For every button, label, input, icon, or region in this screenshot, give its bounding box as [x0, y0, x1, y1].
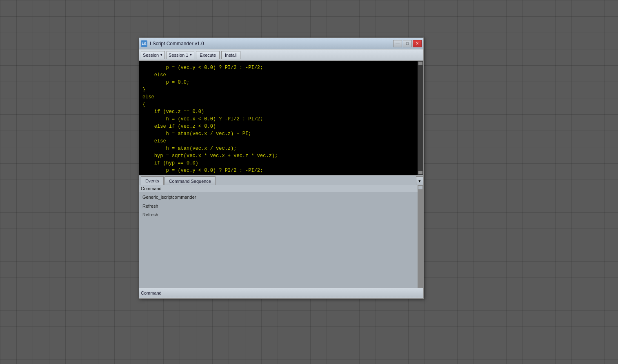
code-editor[interactable]: p = (vec.y < 0.0) ? PI/2 : -PI/2; else p… — [139, 61, 423, 175]
code-scrollbar-track[interactable] — [418, 61, 423, 175]
events-header: Command — [139, 185, 423, 192]
execute-button[interactable]: Execute — [196, 51, 220, 59]
list-item: Refresh — [141, 211, 422, 220]
close-button[interactable]: ✕ — [413, 40, 422, 47]
tab-events[interactable]: Events — [141, 176, 164, 185]
events-list: Generic_lscriptcommander Refresh Refresh — [139, 192, 423, 220]
bottom-command-bar: Command — [139, 288, 423, 297]
session-dropdown[interactable]: Session ▼ — [141, 51, 165, 59]
code-scroll-thumb-bottom — [418, 171, 422, 174]
code-content: p = (vec.y < 0.0) ? PI/2 : -PI/2; else p… — [142, 64, 420, 175]
title-bar: LS LScript Commander v1.0 — □ ✕ — [139, 38, 423, 49]
title-buttons: — □ ✕ — [393, 40, 422, 47]
main-window: LS LScript Commander v1.0 — □ ✕ Session … — [139, 38, 424, 299]
tab-command-sequence[interactable]: Command Sequence — [165, 176, 216, 185]
window-title: LScript Commander v1.0 — [150, 41, 204, 47]
code-scroll-thumb-top — [418, 62, 422, 65]
tabs-dropdown-button[interactable]: ▼ — [416, 176, 423, 185]
app-icon: LS — [141, 40, 147, 47]
events-panel: Command Generic_lscriptcommander Refresh… — [139, 185, 423, 288]
session-dropdown-arrow: ▼ — [160, 53, 163, 57]
toolbar: Session ▼ Session 1 ▼ Execute Install — [139, 49, 423, 61]
events-scrollbar-track[interactable] — [418, 185, 423, 288]
events-scroll-thumb — [418, 186, 422, 189]
minimize-button[interactable]: — — [393, 40, 402, 47]
install-button[interactable]: Install — [221, 51, 240, 59]
bottom-panel: Events Command Sequence ▼ Command Generi… — [139, 175, 423, 297]
list-item: Refresh — [141, 202, 422, 211]
title-bar-left: LS LScript Commander v1.0 — [141, 40, 204, 47]
tabs-row: Events Command Sequence ▼ — [139, 175, 423, 185]
bottom-command-label: Command — [141, 291, 162, 295]
session1-dropdown-arrow: ▼ — [189, 53, 192, 57]
session1-dropdown[interactable]: Session 1 ▼ — [167, 51, 194, 59]
list-item: Generic_lscriptcommander — [141, 193, 422, 202]
maximize-button[interactable]: □ — [403, 40, 412, 47]
